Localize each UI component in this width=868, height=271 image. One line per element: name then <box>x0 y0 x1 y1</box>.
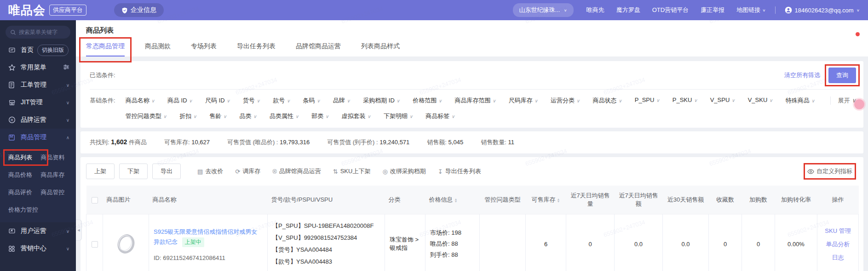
filter-category[interactable]: 品类∨ <box>240 112 257 120</box>
sort-icon[interactable]: ▲▼ <box>454 198 458 203</box>
submenu-item-price-power[interactable]: 价格力管控 <box>8 206 41 214</box>
document-icon <box>8 81 16 89</box>
filter-discount[interactable]: 折扣∨ <box>179 112 196 120</box>
filter-offshelf-detail[interactable]: 下架明细∨ <box>384 112 413 120</box>
sort-icon[interactable]: ▲▼ <box>557 198 560 203</box>
submenu-item-product-stock[interactable]: 商品库存 <box>41 171 74 179</box>
submenu-item-product-list[interactable]: 商品列表 <box>8 153 41 162</box>
filter-virtual-set[interactable]: 虚拟套装∨ <box>342 112 371 120</box>
chevron-down-icon: ∨ <box>66 83 69 88</box>
chevron-down-icon: ∨ <box>66 100 69 105</box>
filter-brand[interactable]: 品牌∨ <box>333 96 350 105</box>
filter-p-sku[interactable]: P_SKU∨ <box>673 96 697 105</box>
brand-hall-ops-action[interactable]: ®品牌馆商品运营 <box>272 167 321 175</box>
switch-old-version-button[interactable]: 切换旧版 <box>37 45 69 56</box>
sidebar-item-brand-ops[interactable]: R 品牌运营 ∨ <box>0 111 76 129</box>
sidebar-item-home[interactable]: 首页 切换旧版 <box>0 41 76 59</box>
tab-export-task-list[interactable]: 导出任务列表 <box>237 42 276 56</box>
select-all-checkbox[interactable] <box>92 197 98 203</box>
product-name-link[interactable]: S925银无限爱意情侣戒指情侣对戒男女异款纪念 <box>154 228 257 245</box>
item-analysis-link[interactable]: 单品分析 <box>822 237 854 251</box>
filter-style-no[interactable]: 款号∨ <box>273 96 290 105</box>
submenu-item-product-review[interactable]: 商品评价 <box>8 188 41 197</box>
store-selector[interactable]: 山东世纪缘珠... ∨ <box>513 3 574 17</box>
top-link-map-links[interactable]: 地图链接∨ <box>736 6 765 14</box>
sidebar-item-label: 常用菜单 <box>21 63 46 72</box>
filter-p-spu[interactable]: P_SPU∨ <box>635 96 660 105</box>
filter-size-stock[interactable]: 尺码库存∨ <box>509 96 538 105</box>
onshelf-button[interactable]: 上架 <box>86 164 115 179</box>
filter-ops-category[interactable]: 运营分类∨ <box>551 96 580 105</box>
expand-filters-toggle[interactable]: 展开 ∨ <box>830 96 856 105</box>
filter-control-issue-type[interactable]: 管控问题类型∨ <box>126 112 167 120</box>
row-checkbox[interactable] <box>92 241 98 248</box>
tab-list-product-style[interactable]: 列表商品样式 <box>361 42 400 56</box>
filter-product-tag[interactable]: 商品标签∨ <box>425 112 454 120</box>
enterprise-info-button[interactable]: 企业信息 <box>114 3 164 17</box>
top-link-mofang-luopan[interactable]: 魔方罗盘 <box>616 6 640 14</box>
filter-sale-age[interactable]: 售龄∨ <box>209 112 226 120</box>
tab-special-session-list[interactable]: 专场列表 <box>191 42 217 56</box>
filter-art-no[interactable]: 货号∨ <box>243 96 260 105</box>
filter-stock-range[interactable]: 商品库存范围∨ <box>454 96 495 105</box>
log-link[interactable]: 日志 <box>822 251 854 264</box>
filter-po-schedule-id[interactable]: 采购档期 ID∨ <box>363 96 400 105</box>
submenu-item-product-data[interactable]: 商品资料 <box>41 153 74 162</box>
top-link-weishangxian[interactable]: 唯商先 <box>586 6 604 14</box>
filter-category-attr[interactable]: 品类属性∨ <box>270 112 299 120</box>
codes-cell: 【P_SPU】SPU-19BEFA148020008F 【V_SPU】99290… <box>268 215 385 271</box>
vipshop-logo[interactable]: 唯品会 <box>8 2 46 18</box>
chevron-down-icon: ∨ <box>317 98 320 103</box>
export-button[interactable]: 导出 <box>152 164 181 179</box>
account-menu[interactable]: 1846026423@qq.com ∨ <box>785 6 860 14</box>
sidebar-item-jit[interactable]: JIT管理 ∨ <box>0 94 76 111</box>
filter-dept-category[interactable]: 部类∨ <box>311 112 328 120</box>
offshelf-button[interactable]: 下架 <box>119 164 148 179</box>
submenu-item-product-control[interactable]: 商品管控 <box>41 188 74 197</box>
sidebar-collapse-handle[interactable]: ◄ <box>76 220 82 241</box>
tab-brand-hall-ops[interactable]: 品牌馆商品运营 <box>296 42 341 56</box>
filter-product-status[interactable]: 商品状态∨ <box>592 96 621 105</box>
filter-price-range[interactable]: 价格范围∨ <box>413 96 442 105</box>
chevron-down-icon: ∨ <box>66 229 69 234</box>
table-row: S925银无限爱意情侣戒指情侣对戒男女异款纪念 上架中 ID: 69211524… <box>86 215 859 271</box>
top-link-otd-marketing[interactable]: OTD营销平台 <box>652 6 689 14</box>
change-price-action[interactable]: ▤去改价 <box>197 167 223 175</box>
top-link-integrity-report[interactable]: 廉正举报 <box>701 6 724 14</box>
tab-normal-product-mgmt[interactable]: 常态商品管理 <box>86 42 125 56</box>
export-task-list-action[interactable]: ↧导出任务列表 <box>438 167 481 175</box>
sidebar-item-workorder[interactable]: 工单管理 ∨ <box>0 76 76 94</box>
product-image-cell[interactable] <box>103 215 149 271</box>
sidebar-item-marketing[interactable]: 营销中心 ∨ <box>0 240 76 257</box>
filter-size-id[interactable]: 尺码 ID∨ <box>205 96 230 105</box>
filter-v-spu[interactable]: V_SPU∨ <box>710 96 735 105</box>
col-product-name: 商品名称 <box>149 186 268 215</box>
cart-rate-cell: 0.00% <box>775 215 817 271</box>
sidebar-item-product-mgmt[interactable]: 商品管理 ∧ <box>0 129 76 146</box>
adjust-icon[interactable] <box>63 64 69 71</box>
filter-product-name[interactable]: 商品名称∨ <box>126 96 155 105</box>
rebind-po-schedule-action[interactable]: ◎改绑采购档期 <box>382 167 425 175</box>
adjust-stock-action[interactable]: ⟳调库存 <box>235 167 260 175</box>
query-button[interactable]: 查询 <box>828 68 856 83</box>
menu-search-box[interactable] <box>6 26 70 39</box>
filter-product-id[interactable]: 商品 ID∨ <box>167 96 192 105</box>
filter-v-sku[interactable]: V_SKU∨ <box>748 96 773 105</box>
chevron-down-icon: ∨ <box>769 98 772 103</box>
chevron-down-icon: ∨ <box>253 114 257 119</box>
chevron-down-icon: ∨ <box>762 8 765 12</box>
floating-widget[interactable] <box>854 99 864 109</box>
sku-updown-action[interactable]: ⇅SKU上下架 <box>333 167 371 175</box>
sidebar-item-user-ops[interactable]: 用户运营 ∨ <box>0 222 76 240</box>
star-icon <box>8 64 16 71</box>
customize-columns-button[interactable]: 自定义列指标 <box>807 167 852 175</box>
tab-product-testing[interactable]: 商品测款 <box>145 42 171 56</box>
sidebar-item-label: 用户运营 <box>21 227 46 235</box>
menu-search-input[interactable] <box>19 29 66 35</box>
filter-special-product[interactable]: 特殊商品∨ <box>786 96 815 105</box>
filter-barcode[interactable]: 条码∨ <box>303 96 320 105</box>
clear-all-filters-link[interactable]: 清空所有筛选 <box>784 71 820 79</box>
submenu-item-product-price[interactable]: 商品价格 <box>8 171 41 179</box>
sidebar-item-common-menu[interactable]: 常用菜单 <box>0 59 76 76</box>
sku-manage-link[interactable]: SKU 管理 <box>822 224 854 237</box>
